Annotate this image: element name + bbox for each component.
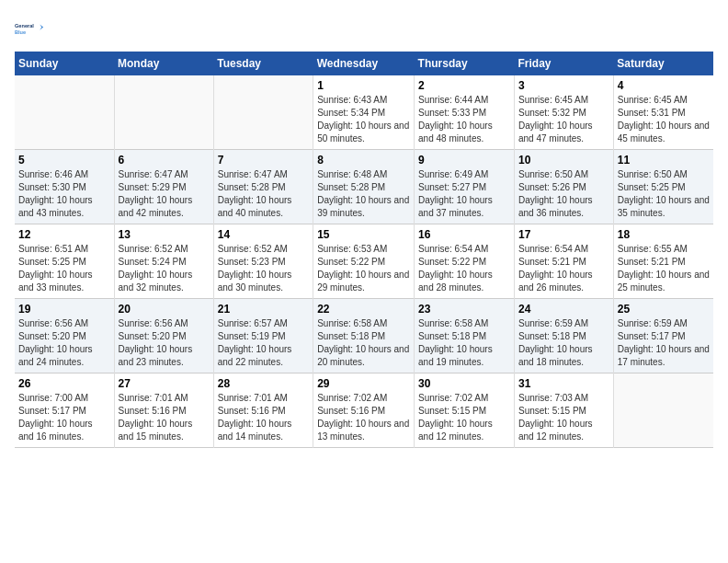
calendar-cell: 13Sunrise: 6:52 AMSunset: 5:24 PMDayligh… bbox=[114, 224, 213, 299]
day-detail: Sunrise: 6:52 AMSunset: 5:24 PMDaylight:… bbox=[119, 243, 210, 294]
day-detail: Sunrise: 6:47 AMSunset: 5:28 PMDaylight:… bbox=[218, 168, 309, 220]
calendar-cell: 6Sunrise: 6:47 AMSunset: 5:29 PMDaylight… bbox=[114, 150, 213, 224]
calendar-cell: 31Sunrise: 7:03 AMSunset: 5:15 PMDayligh… bbox=[514, 373, 613, 448]
calendar-cell: 26Sunrise: 7:00 AMSunset: 5:17 PMDayligh… bbox=[15, 373, 114, 448]
day-detail: Sunrise: 7:01 AMSunset: 5:16 PMDaylight:… bbox=[218, 392, 309, 443]
page-header: General Blue bbox=[15, 15, 713, 44]
calendar-week-row: 1Sunrise: 6:43 AMSunset: 5:34 PMDaylight… bbox=[15, 75, 713, 150]
calendar-header-row: SundayMondayTuesdayWednesdayThursdayFrid… bbox=[15, 52, 713, 75]
day-detail: Sunrise: 6:53 AMSunset: 5:22 PMDaylight:… bbox=[317, 243, 410, 294]
calendar-cell: 28Sunrise: 7:01 AMSunset: 5:16 PMDayligh… bbox=[213, 373, 313, 448]
calendar-cell: 15Sunrise: 6:53 AMSunset: 5:22 PMDayligh… bbox=[313, 224, 415, 299]
day-number: 24 bbox=[518, 303, 609, 316]
day-detail: Sunrise: 7:03 AMSunset: 5:15 PMDaylight:… bbox=[518, 392, 609, 443]
day-detail: Sunrise: 6:55 AMSunset: 5:21 PMDaylight:… bbox=[618, 243, 710, 294]
day-number: 26 bbox=[18, 377, 110, 390]
day-number: 28 bbox=[218, 377, 309, 390]
calendar-cell: 1Sunrise: 6:43 AMSunset: 5:34 PMDaylight… bbox=[313, 75, 415, 150]
day-detail: Sunrise: 6:50 AMSunset: 5:26 PMDaylight:… bbox=[518, 168, 609, 220]
calendar-cell: 4Sunrise: 6:45 AMSunset: 5:31 PMDaylight… bbox=[613, 75, 713, 150]
logo: General Blue bbox=[15, 15, 44, 44]
day-number: 1 bbox=[317, 79, 410, 92]
day-number: 21 bbox=[218, 303, 309, 316]
day-number: 19 bbox=[18, 303, 110, 316]
day-number: 22 bbox=[317, 303, 410, 316]
day-number: 25 bbox=[618, 303, 710, 316]
svg-text:Blue: Blue bbox=[15, 29, 26, 35]
calendar-week-row: 19Sunrise: 6:56 AMSunset: 5:20 PMDayligh… bbox=[15, 299, 713, 373]
day-detail: Sunrise: 7:00 AMSunset: 5:17 PMDaylight:… bbox=[18, 392, 110, 443]
day-detail: Sunrise: 7:01 AMSunset: 5:16 PMDaylight:… bbox=[119, 392, 210, 443]
day-detail: Sunrise: 6:59 AMSunset: 5:17 PMDaylight:… bbox=[618, 317, 710, 369]
header-monday: Monday bbox=[114, 52, 213, 75]
calendar-cell: 11Sunrise: 6:50 AMSunset: 5:25 PMDayligh… bbox=[613, 150, 713, 224]
day-detail: Sunrise: 6:57 AMSunset: 5:19 PMDaylight:… bbox=[218, 317, 309, 369]
header-tuesday: Tuesday bbox=[213, 52, 313, 75]
calendar-cell: 22Sunrise: 6:58 AMSunset: 5:18 PMDayligh… bbox=[313, 299, 415, 373]
calendar-table: SundayMondayTuesdayWednesdayThursdayFrid… bbox=[15, 52, 713, 448]
day-number: 29 bbox=[317, 377, 410, 390]
calendar-cell: 2Sunrise: 6:44 AMSunset: 5:33 PMDaylight… bbox=[415, 75, 515, 150]
day-detail: Sunrise: 6:50 AMSunset: 5:25 PMDaylight:… bbox=[618, 168, 710, 220]
calendar-cell: 12Sunrise: 6:51 AMSunset: 5:25 PMDayligh… bbox=[15, 224, 114, 299]
calendar-cell: 29Sunrise: 7:02 AMSunset: 5:16 PMDayligh… bbox=[313, 373, 415, 448]
day-number: 17 bbox=[518, 228, 609, 241]
header-wednesday: Wednesday bbox=[313, 52, 415, 75]
svg-marker-2 bbox=[40, 24, 43, 29]
day-detail: Sunrise: 7:02 AMSunset: 5:16 PMDaylight:… bbox=[317, 392, 410, 443]
day-detail: Sunrise: 6:58 AMSunset: 5:18 PMDaylight:… bbox=[317, 317, 410, 369]
calendar-cell: 7Sunrise: 6:47 AMSunset: 5:28 PMDaylight… bbox=[213, 150, 313, 224]
calendar-cell: 25Sunrise: 6:59 AMSunset: 5:17 PMDayligh… bbox=[613, 299, 713, 373]
calendar-cell bbox=[613, 373, 713, 448]
day-detail: Sunrise: 6:56 AMSunset: 5:20 PMDaylight:… bbox=[18, 317, 110, 369]
day-detail: Sunrise: 6:56 AMSunset: 5:20 PMDaylight:… bbox=[119, 317, 210, 369]
calendar-week-row: 12Sunrise: 6:51 AMSunset: 5:25 PMDayligh… bbox=[15, 224, 713, 299]
day-detail: Sunrise: 7:02 AMSunset: 5:15 PMDaylight:… bbox=[418, 392, 510, 443]
day-detail: Sunrise: 6:44 AMSunset: 5:33 PMDaylight:… bbox=[418, 94, 510, 145]
day-number: 30 bbox=[418, 377, 510, 390]
calendar-cell: 8Sunrise: 6:48 AMSunset: 5:28 PMDaylight… bbox=[313, 150, 415, 224]
calendar-cell: 9Sunrise: 6:49 AMSunset: 5:27 PMDaylight… bbox=[415, 150, 515, 224]
calendar-cell: 17Sunrise: 6:54 AMSunset: 5:21 PMDayligh… bbox=[514, 224, 613, 299]
logo-icon: General Blue bbox=[15, 15, 44, 44]
day-detail: Sunrise: 6:47 AMSunset: 5:29 PMDaylight:… bbox=[119, 168, 210, 220]
calendar-cell bbox=[213, 75, 313, 150]
day-number: 31 bbox=[518, 377, 609, 390]
day-number: 3 bbox=[518, 79, 609, 92]
day-detail: Sunrise: 6:46 AMSunset: 5:30 PMDaylight:… bbox=[18, 168, 110, 220]
day-detail: Sunrise: 6:59 AMSunset: 5:18 PMDaylight:… bbox=[518, 317, 609, 369]
calendar-cell bbox=[114, 75, 213, 150]
day-number: 7 bbox=[218, 154, 309, 167]
day-number: 14 bbox=[218, 228, 309, 241]
header-sunday: Sunday bbox=[15, 52, 114, 75]
day-number: 11 bbox=[618, 154, 710, 167]
day-detail: Sunrise: 6:54 AMSunset: 5:21 PMDaylight:… bbox=[518, 243, 609, 294]
day-number: 12 bbox=[18, 228, 110, 241]
day-number: 5 bbox=[18, 154, 110, 167]
calendar-cell: 19Sunrise: 6:56 AMSunset: 5:20 PMDayligh… bbox=[15, 299, 114, 373]
day-detail: Sunrise: 6:43 AMSunset: 5:34 PMDaylight:… bbox=[317, 94, 410, 145]
header-saturday: Saturday bbox=[613, 52, 713, 75]
header-friday: Friday bbox=[514, 52, 613, 75]
day-detail: Sunrise: 6:54 AMSunset: 5:22 PMDaylight:… bbox=[418, 243, 510, 294]
day-detail: Sunrise: 6:45 AMSunset: 5:32 PMDaylight:… bbox=[518, 94, 609, 145]
calendar-cell: 3Sunrise: 6:45 AMSunset: 5:32 PMDaylight… bbox=[514, 75, 613, 150]
day-detail: Sunrise: 6:51 AMSunset: 5:25 PMDaylight:… bbox=[18, 243, 110, 294]
day-number: 16 bbox=[418, 228, 510, 241]
day-detail: Sunrise: 6:48 AMSunset: 5:28 PMDaylight:… bbox=[317, 168, 410, 220]
calendar-cell bbox=[15, 75, 114, 150]
calendar-cell: 10Sunrise: 6:50 AMSunset: 5:26 PMDayligh… bbox=[514, 150, 613, 224]
day-number: 10 bbox=[518, 154, 609, 167]
calendar-cell: 20Sunrise: 6:56 AMSunset: 5:20 PMDayligh… bbox=[114, 299, 213, 373]
calendar-cell: 24Sunrise: 6:59 AMSunset: 5:18 PMDayligh… bbox=[514, 299, 613, 373]
day-number: 8 bbox=[317, 154, 410, 167]
day-number: 6 bbox=[119, 154, 210, 167]
day-detail: Sunrise: 6:49 AMSunset: 5:27 PMDaylight:… bbox=[418, 168, 510, 220]
day-number: 13 bbox=[119, 228, 210, 241]
calendar-week-row: 5Sunrise: 6:46 AMSunset: 5:30 PMDaylight… bbox=[15, 150, 713, 224]
calendar-week-row: 26Sunrise: 7:00 AMSunset: 5:17 PMDayligh… bbox=[15, 373, 713, 448]
day-number: 20 bbox=[119, 303, 210, 316]
calendar-cell: 21Sunrise: 6:57 AMSunset: 5:19 PMDayligh… bbox=[213, 299, 313, 373]
day-detail: Sunrise: 6:58 AMSunset: 5:18 PMDaylight:… bbox=[418, 317, 510, 369]
calendar-cell: 27Sunrise: 7:01 AMSunset: 5:16 PMDayligh… bbox=[114, 373, 213, 448]
